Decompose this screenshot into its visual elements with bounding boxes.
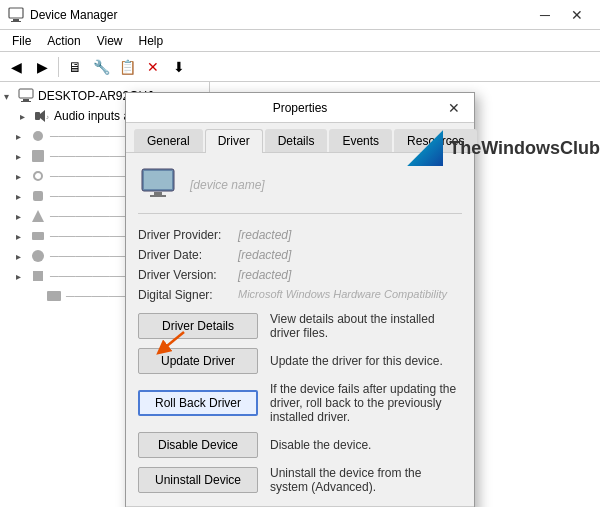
toolbar-device[interactable]: 🔧	[89, 55, 113, 79]
menu-action[interactable]: Action	[39, 32, 88, 50]
toolbar-list[interactable]: 📋	[115, 55, 139, 79]
driver-details-button[interactable]: Driver Details	[138, 313, 258, 339]
prop-provider: Driver Provider: [redacted]	[138, 228, 462, 242]
tab-events[interactable]: Events	[329, 129, 392, 152]
menu-help[interactable]: Help	[131, 32, 172, 50]
driver-buttons: Driver Details View details about the in…	[138, 312, 462, 494]
prop-signer-value: Microsoft Windows Hardware Compatibility	[238, 288, 447, 300]
tab-details[interactable]: Details	[265, 129, 328, 152]
svg-rect-19	[154, 192, 162, 195]
driver-details-desc: View details about the installed driver …	[270, 312, 462, 340]
rollback-driver-button[interactable]: Roll Back Driver	[138, 390, 258, 416]
rollback-driver-desc: If the device fails after updating the d…	[270, 382, 462, 424]
dialog-title-bar: Properties ✕	[126, 93, 474, 123]
app-icon	[8, 7, 24, 23]
prop-date-value: [redacted]	[238, 248, 291, 262]
dialog-close-button[interactable]: ✕	[442, 98, 466, 118]
uninstall-device-row: Uninstall Device Uninstall the device fr…	[138, 466, 462, 494]
window-controls: ─ ✕	[530, 5, 592, 25]
uninstall-device-button[interactable]: Uninstall Device	[138, 467, 258, 493]
prop-provider-label: Driver Provider:	[138, 228, 238, 242]
toolbar-sep1	[58, 57, 59, 77]
monitor-icon	[138, 165, 178, 205]
device-header: [device name]	[138, 165, 462, 214]
svg-rect-20	[150, 195, 166, 197]
disable-device-desc: Disable the device.	[270, 438, 462, 452]
uninstall-device-desc: Uninstall the device from the system (Ad…	[270, 466, 462, 494]
prop-signer: Digital Signer: Microsoft Windows Hardwa…	[138, 288, 462, 302]
toolbar: ◀ ▶ 🖥 🔧 📋 ✕ ⬇	[0, 52, 600, 82]
toolbar-back[interactable]: ◀	[4, 55, 28, 79]
properties-dialog: Properties ✕ General Driver Details Even…	[125, 92, 475, 507]
close-button[interactable]: ✕	[562, 5, 592, 25]
prop-provider-value: [redacted]	[238, 228, 291, 242]
svg-rect-1	[13, 19, 19, 21]
svg-rect-18	[144, 171, 172, 189]
dialog-body: [device name] Driver Provider: [redacted…	[126, 153, 474, 506]
tabs-bar: General Driver Details Events Resources	[126, 123, 474, 153]
title-bar: Device Manager ─ ✕	[0, 0, 600, 30]
prop-date-label: Driver Date:	[138, 248, 238, 262]
rollback-driver-row: Roll Back Driver If the device fails aft…	[138, 382, 462, 424]
tab-resources[interactable]: Resources	[394, 129, 477, 152]
dialog-title: Properties	[158, 101, 442, 115]
device-icon	[138, 165, 178, 205]
prop-signer-label: Digital Signer:	[138, 288, 238, 302]
update-driver-row: Update Driver Update the driver for this…	[138, 348, 462, 374]
toolbar-computer[interactable]: 🖥	[63, 55, 87, 79]
toolbar-update[interactable]: ⬇	[167, 55, 191, 79]
tab-general[interactable]: General	[134, 129, 203, 152]
menu-view[interactable]: View	[89, 32, 131, 50]
update-driver-button[interactable]: Update Driver	[138, 348, 258, 374]
tab-driver[interactable]: Driver	[205, 129, 263, 153]
window-title: Device Manager	[30, 8, 530, 22]
disable-device-button[interactable]: Disable Device	[138, 432, 258, 458]
prop-version-label: Driver Version:	[138, 268, 238, 282]
prop-version: Driver Version: [redacted]	[138, 268, 462, 282]
minimize-button[interactable]: ─	[530, 5, 560, 25]
device-name: [device name]	[190, 178, 265, 192]
menu-bar: File Action View Help	[0, 30, 600, 52]
toolbar-forward[interactable]: ▶	[30, 55, 54, 79]
prop-date: Driver Date: [redacted]	[138, 248, 462, 262]
disable-device-row: Disable Device Disable the device.	[138, 432, 462, 458]
toolbar-remove[interactable]: ✕	[141, 55, 165, 79]
svg-rect-0	[9, 8, 23, 18]
driver-details-row: Driver Details View details about the in…	[138, 312, 462, 340]
update-driver-desc: Update the driver for this device.	[270, 354, 462, 368]
menu-file[interactable]: File	[4, 32, 39, 50]
svg-rect-2	[11, 21, 21, 22]
prop-version-value: [redacted]	[238, 268, 291, 282]
dialog-overlay: Properties ✕ General Driver Details Even…	[0, 82, 600, 507]
